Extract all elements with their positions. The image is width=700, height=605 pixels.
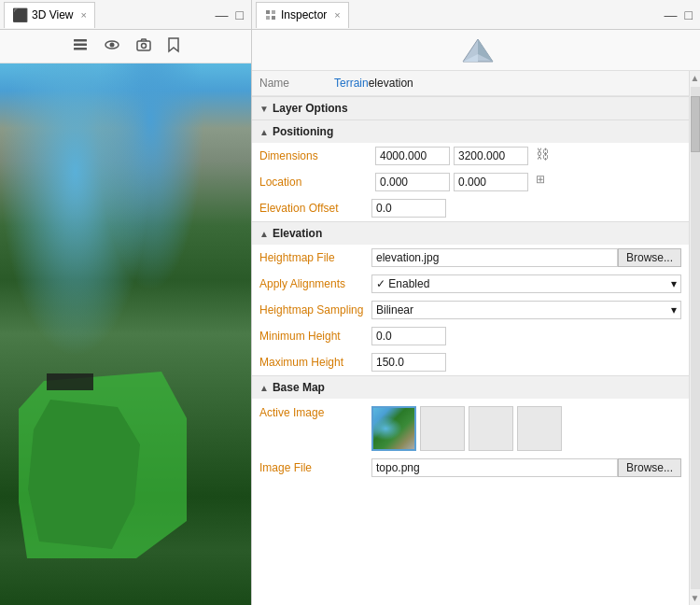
heightmap-file-input[interactable] [371,248,618,267]
maximum-height-row: Maximum Height [252,349,689,375]
elevation-offset-input[interactable] [371,199,446,218]
basemap-section-header[interactable]: ▲ Base Map [252,375,689,399]
dimensions-width-input[interactable] [375,147,450,165]
active-image-label: Active Image [259,406,371,419]
left-tab-bar: ⬛ 3D View × — □ [0,0,251,30]
image-file-input[interactable] [371,458,618,477]
layer-options-arrow: ▼ [259,104,269,114]
left-minimize-btn[interactable]: — [216,7,229,22]
right-minimize-btn[interactable]: — [665,7,678,22]
right-panel: Inspector × — □ Name Terrain elevation [252,0,700,605]
scrollbar-track[interactable] [691,87,700,589]
inspector-scroll-area[interactable]: Name Terrain elevation ▼ Layer Options ▲… [252,71,689,605]
inspector-icon-area [252,30,700,71]
scroll-up-arrow[interactable]: ▲ [689,71,700,85]
thumbnail-4[interactable] [517,406,562,451]
heightmap-sampling-dropdown[interactable]: Bilinear ▾ [371,301,681,319]
terrain-dark-green [28,400,140,549]
left-panel: ⬛ 3D View × — □ [0,0,252,605]
name-label: Name [259,77,334,90]
heightmap-sampling-chevron: ▾ [671,303,677,317]
dimensions-fields: ⛓ [375,147,681,165]
bookmark-btn[interactable] [165,35,182,59]
elevation-arrow: ▲ [259,229,269,239]
3dview-tab-label: 3D View [32,8,73,21]
name-row: Name Terrain elevation [252,71,689,96]
terrain-dark-feature [47,373,93,390]
right-window-controls: — □ [665,7,696,22]
minimum-height-row: Minimum Height [252,323,689,349]
3d-viewport [0,63,251,605]
heightmap-sampling-value: Bilinear [376,303,413,317]
dimensions-row: Dimensions ⛓ [252,143,689,169]
apply-alignments-dropdown[interactable]: ✓ Enabled ▾ [371,274,681,293]
svg-rect-10 [272,16,275,20]
name-value-terrain: Terrain [334,77,369,90]
elevation-section-header[interactable]: ▲ Elevation [252,221,689,245]
apply-alignments-label: Apply Alignments [259,277,371,290]
scroll-down-arrow[interactable]: ▼ [689,591,700,605]
3dview-tab-close[interactable]: × [80,9,86,21]
terrain-visualization [0,63,251,605]
heightmap-sampling-label: Heightmap Sampling [259,303,371,317]
minimum-height-input[interactable] [371,327,446,345]
heightmap-browse-button[interactable]: Browse... [618,248,681,267]
heightmap-file-label: Heightmap File [259,251,371,264]
maximum-height-label: Maximum Height [259,356,371,369]
inspector-tab-bar: Inspector × — □ [252,0,700,30]
image-file-browse-button[interactable]: Browse... [618,458,681,477]
apply-alignments-value: ✓ Enabled [376,277,429,290]
elevation-offset-row: Elevation Offset [252,195,689,221]
left-maximize-btn[interactable]: □ [236,7,244,22]
location-y-input[interactable] [454,173,528,191]
scrollbar-thumb[interactable] [691,96,700,152]
apply-alignments-chevron: ▾ [671,277,677,290]
positioning-arrow: ▲ [259,127,269,137]
location-grid-icon[interactable]: ⊞ [536,173,545,191]
right-maximize-btn[interactable]: □ [685,7,693,22]
minimum-height-label: Minimum Height [259,330,371,343]
thumbnail-1[interactable] [371,406,416,451]
inspector-main: Name Terrain elevation ▼ Layer Options ▲… [252,71,700,605]
layers-btn[interactable] [70,35,91,59]
basemap-label: Base Map [273,381,325,394]
layer-options-section[interactable]: ▼ Layer Options [252,96,689,120]
svg-rect-1 [74,43,87,46]
image-file-label: Image File [259,461,371,474]
active-image-row: Active Image [252,399,689,455]
basemap-arrow: ▲ [259,383,269,393]
location-row: Location ⊞ [252,169,689,195]
thumbnail-3[interactable] [469,406,513,451]
svg-point-6 [141,43,146,48]
location-x-input[interactable] [375,173,450,191]
inspector-tab[interactable]: Inspector × [256,2,349,28]
dimensions-height-input[interactable] [454,147,528,165]
3dview-tab[interactable]: ⬛ 3D View × [4,2,95,28]
terrain-object-icon [461,35,491,65]
inspector-scrollbar[interactable]: ▲ ▼ [689,71,700,605]
camera-btn[interactable] [133,35,154,59]
location-fields: ⊞ [375,173,681,191]
positioning-label: Positioning [273,125,333,138]
eye-btn[interactable] [102,35,122,59]
inspector-tab-close[interactable]: × [334,9,340,21]
dimensions-link-icon[interactable]: ⛓ [536,147,549,165]
location-label: Location [259,176,371,189]
positioning-section-header[interactable]: ▲ Positioning [252,120,689,143]
layer-options-label: Layer Options [273,102,348,115]
image-thumbnails [371,406,562,451]
left-window-controls: — □ [216,7,247,22]
name-value-elevation: elevation [369,77,413,90]
dimensions-label: Dimensions [259,149,371,162]
viewport-toolbar [0,30,251,63]
svg-rect-0 [74,39,87,42]
maximum-height-input[interactable] [371,353,446,372]
svg-rect-5 [137,41,150,50]
svg-rect-7 [266,10,270,14]
thumbnail-2[interactable] [420,406,465,451]
inspector-tab-label: Inspector [281,8,327,21]
elevation-offset-label: Elevation Offset [259,202,371,215]
inspector-tab-icon [264,8,277,21]
image-file-row: Image File Browse... [252,455,689,481]
3dview-icon: ⬛ [12,7,28,22]
